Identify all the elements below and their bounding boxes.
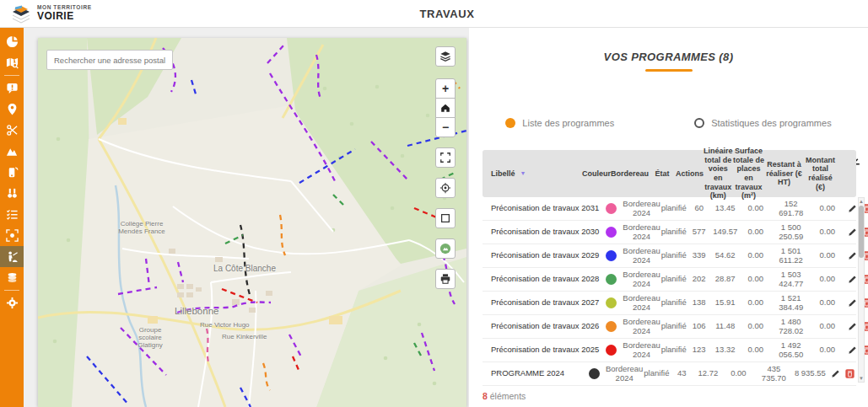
column-header-col[interactable]: Couleur [582,169,611,179]
map-control-layers[interactable] [435,46,456,67]
table-scrollbar[interactable]: ▲ ▼ [858,197,865,383]
sidebar-item-location-pin[interactable] [0,99,24,120]
map-control-print[interactable] [435,269,456,289]
edit-row-button[interactable] [848,275,857,284]
roadworks-icon [6,250,19,263]
edit-row-button[interactable] [848,251,857,260]
sidebar-item-report-issue[interactable] [0,78,24,99]
cell-surface: 0.00 [740,275,772,284]
column-header-bor[interactable]: Bordereau [611,169,649,179]
edit-row-button[interactable] [848,228,857,237]
edit-row-button[interactable] [848,204,857,213]
cell-montant: 0.00 [811,251,844,260]
tab-statistiques-des-programmes[interactable]: Statistiques des programmes [694,118,831,128]
sidebar-item-survey-tools[interactable] [0,183,24,204]
sidebar-item-map-search[interactable] [0,52,24,73]
sort-caret-icon[interactable]: ▼ [520,170,526,177]
map-address-search-input[interactable] [46,50,173,70]
app-header: MON TERRITOIRE VOIRIE TRAVAUX [0,0,868,28]
sidebar-nav [0,27,24,407]
cell-etat: planifié [660,275,687,284]
column-header-res[interactable]: Restant à réaliser (€ HT) [765,160,804,187]
survey-tools-icon [6,187,19,200]
view-toggle: Liste des programmes Statistiques des pr… [469,118,868,128]
cell-bordereau: Bordereau 2024 [623,223,660,242]
map-control-fullscreen[interactable] [435,147,456,168]
table-row[interactable]: Préconisation de travaux 2025 Bordereau … [483,339,856,362]
cell-restant: 152 691.78 [772,200,811,218]
cell-lineaire: 28.87 [711,275,740,284]
table-row[interactable]: Préconisation de travaux 2029 Bordereau … [483,244,856,268]
program-color-dot [589,368,600,379]
table-row[interactable]: PROGRAMME 2024 Bordereau 2024 planifié 4… [483,362,856,386]
cell-couleur [599,274,623,285]
column-header-sur[interactable]: Surface totale de places en travaux (m²) [733,147,765,201]
cell-montant: 0.00 [811,322,844,331]
table-row[interactable]: Préconisation de travaux 2027 Bordereau … [483,292,856,315]
table-row[interactable]: Préconisation de travaux 2028 Bordereau … [483,268,856,292]
table-row[interactable]: Préconisation de travaux 2030 Bordereau … [483,221,856,244]
sidebar-item-settings-gear[interactable] [0,292,24,313]
cell-montant: 0.00 [811,298,844,308]
sidebar-item-scan-photo[interactable] [0,225,24,246]
scrollbar-thumb[interactable] [859,206,864,258]
cell-couleur [599,250,623,261]
scroll-up-icon[interactable]: ▲ [859,198,864,205]
cell-libelle: Préconisation de travaux 2025 [483,345,599,355]
select-area-icon [439,212,451,224]
column-header-mon[interactable]: Montant total réalisé (€) [804,156,838,191]
cell-actions-count: 60 [687,204,711,213]
cell-restant: 1 521 384.49 [772,294,811,313]
cell-couleur [599,345,623,356]
streetview-icon [439,243,451,254]
table-row[interactable]: Préconisation de travaux 2026 Bordereau … [483,315,856,339]
sidebar-item-roads[interactable] [0,141,24,162]
edit-row-button[interactable] [848,345,857,355]
pie-chart-icon [6,35,19,48]
map-control-home[interactable] [435,98,456,118]
cell-etat: planifié [643,369,670,378]
logo-text-bottom: VOIRIE [37,11,92,22]
map-control-locate[interactable] [435,178,456,198]
cell-montant: 0.00 [811,275,844,284]
sidebar-item-pie-chart[interactable] [0,31,24,52]
table-row[interactable]: Préconisation de travaux 2031 Bordereau … [483,197,856,221]
radio-label: Liste des programmes [522,118,614,128]
cell-restant: 1 503 424.77 [772,270,811,289]
column-header-lib[interactable]: Libellé▼ [483,169,582,179]
cell-restant: 1 500 250.59 [772,223,811,242]
sidebar-item-task-list[interactable] [0,204,24,225]
map-canvas[interactable]: Collège Pierre Mendès France La Côte Bla… [38,38,466,407]
scroll-down-icon[interactable]: ▼ [859,375,864,382]
sidebar-item-mobile-tracking[interactable] [0,162,24,183]
map-control-zoom-out[interactable]: − [435,117,456,137]
cell-bordereau: Bordereau 2024 [623,294,660,313]
sidebar-item-roadworks[interactable] [0,246,24,267]
edit-row-button[interactable] [831,369,840,378]
map-control-select-area[interactable] [435,208,456,228]
column-header-eta[interactable]: État [649,169,676,179]
app-logo: MON TERRITOIRE VOIRIE [10,3,92,24]
tab-liste-des-programmes[interactable]: Liste des programmes [505,118,614,128]
map-control-streetview[interactable] [435,238,456,259]
radio-selected-icon[interactable] [505,118,515,128]
column-header-act[interactable]: Actions [676,169,704,179]
edit-row-button[interactable] [848,298,857,308]
sidebar-divider [4,75,19,76]
delete-row-button[interactable] [845,369,855,378]
title-underline [645,69,693,72]
table-body: Préconisation de travaux 2031 Bordereau … [483,197,856,386]
cell-libelle: Préconisation de travaux 2027 [483,298,599,308]
cell-surface: 0.00 [740,345,772,355]
sidebar-item-budget-coins[interactable] [0,267,24,288]
sidebar-item-scissors[interactable] [0,120,24,141]
program-color-dot [606,345,617,356]
pencil-icon [848,298,857,308]
fullscreen-icon [439,152,451,163]
map-control-zoom-in[interactable]: + [435,78,456,99]
cell-actions-count: 106 [687,322,711,331]
edit-row-button[interactable] [848,322,857,331]
cell-couleur [582,368,606,379]
radio-unselected-icon[interactable] [694,118,704,128]
column-header-lin[interactable]: Linéaire total de voies en travaux (km) [704,147,733,201]
